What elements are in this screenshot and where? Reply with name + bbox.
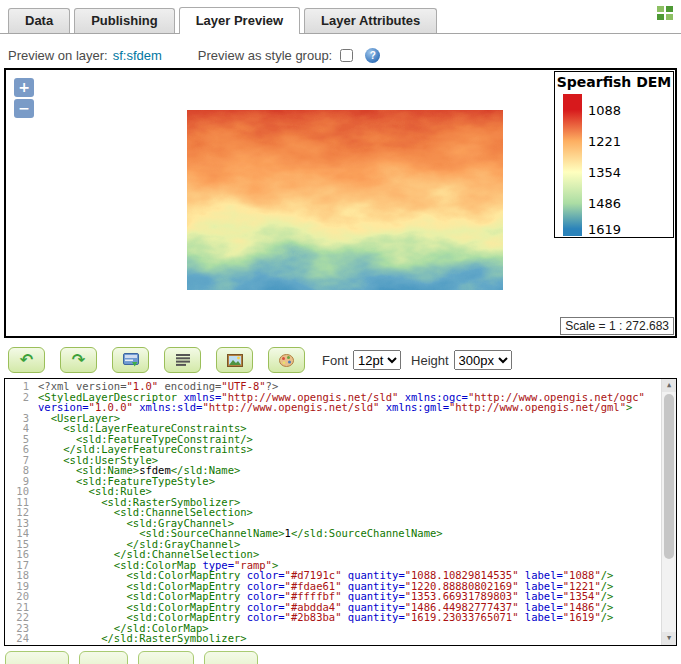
line-number: 20 xyxy=(5,591,33,602)
line-number: 4 xyxy=(5,423,33,434)
legend-label: 1354 xyxy=(588,165,621,180)
redo-button[interactable]: ↷ xyxy=(60,347,97,373)
footer-button-3[interactable] xyxy=(138,651,194,664)
preview-as-style-group-label: Preview as style group: xyxy=(198,48,332,63)
dem-raster-image xyxy=(187,110,503,290)
color-picker-button[interactable] xyxy=(268,347,305,373)
legend-label: 1221 xyxy=(588,134,621,149)
undo-button[interactable]: ↶ xyxy=(8,347,45,373)
line-number: 1 xyxy=(5,381,33,392)
scroll-down-icon[interactable]: ▼ xyxy=(662,632,676,645)
line-number: 12 xyxy=(5,507,33,518)
redo-icon: ↷ xyxy=(72,353,85,367)
code-line[interactable]: 25 </sld:Rule> xyxy=(5,644,661,647)
map-preview-panel: + − xyxy=(4,68,677,338)
insert-image-button[interactable] xyxy=(216,347,253,373)
style-editor-page: DataPublishingLayer PreviewLayer Attribu… xyxy=(0,0,681,664)
code-line[interactable]: 2<StyledLayerDescriptor xmlns="http://ww… xyxy=(5,392,661,413)
line-number: 16 xyxy=(5,549,33,560)
font-size-select[interactable]: 12pt xyxy=(353,350,401,370)
tab-layer-attributes[interactable]: Layer Attributes xyxy=(304,8,437,33)
zoom-out-button[interactable]: − xyxy=(14,99,34,118)
undo-icon: ↶ xyxy=(20,353,33,367)
tab-data[interactable]: Data xyxy=(8,8,70,33)
style-group-checkbox[interactable] xyxy=(340,49,353,62)
sld-code-editor[interactable]: 1<?xml version="1.0" encoding="UTF-8"?>2… xyxy=(4,378,677,646)
line-number: 8 xyxy=(5,465,33,476)
help-icon[interactable]: ? xyxy=(365,48,380,63)
legend-color-ramp xyxy=(563,94,582,236)
layer-link[interactable]: sf:sfdem xyxy=(113,48,162,63)
footer-button-1[interactable] xyxy=(5,651,69,664)
editor-toolbar-buttons: ↶↷ xyxy=(8,347,320,373)
legend-title: Spearfish DEM xyxy=(555,72,673,90)
editor-toolbar: ↶↷ Font 12pt Height 300px xyxy=(8,346,512,374)
line-number: 24 xyxy=(5,633,33,644)
zoom-in-button[interactable]: + xyxy=(14,78,34,97)
tab-layer-preview[interactable]: Layer Preview xyxy=(179,7,300,34)
height-select[interactable]: 300px xyxy=(454,350,512,370)
tab-publishing[interactable]: Publishing xyxy=(74,8,174,33)
wrap-lines-button[interactable] xyxy=(164,347,201,373)
legend: Spearfish DEM 10881221135414861619 xyxy=(554,71,674,238)
scale-readout: Scale = 1 : 272.683 xyxy=(560,317,674,335)
maximize-icon[interactable] xyxy=(657,6,673,20)
height-label: Height xyxy=(411,353,449,368)
legend-label: 1088 xyxy=(588,103,621,118)
zoom-controls: + − xyxy=(14,78,34,120)
reformat-button[interactable] xyxy=(112,347,149,373)
font-label: Font xyxy=(322,353,348,368)
line-number: 10 xyxy=(5,486,33,497)
footer-buttons xyxy=(5,651,258,664)
line-number: 6 xyxy=(5,444,33,455)
code-lines: 1<?xml version="1.0" encoding="UTF-8"?>2… xyxy=(5,381,661,646)
legend-label: 1619 xyxy=(588,222,621,237)
insert-image-icon xyxy=(227,354,243,367)
reformat-icon xyxy=(123,353,139,367)
line-number: 25 xyxy=(5,644,33,647)
footer-button-2[interactable] xyxy=(79,651,128,664)
color-picker-icon xyxy=(279,354,294,367)
wrap-lines-icon xyxy=(176,354,190,366)
line-number: 14 xyxy=(5,528,33,539)
line-number: 2 xyxy=(5,392,33,413)
line-number: 22 xyxy=(5,612,33,623)
preview-bar: Preview on layer: sf:sfdem Preview as st… xyxy=(8,46,681,64)
scrollbar-thumb[interactable] xyxy=(664,394,674,559)
preview-on-layer-label: Preview on layer: xyxy=(8,48,108,63)
scroll-up-icon[interactable]: ▲ xyxy=(662,379,676,392)
footer-button-4[interactable] xyxy=(204,651,258,664)
legend-label: 1486 xyxy=(588,196,621,211)
tab-bar: DataPublishingLayer PreviewLayer Attribu… xyxy=(0,7,681,34)
line-number: 18 xyxy=(5,570,33,581)
editor-scrollbar[interactable]: ▲ ▼ xyxy=(661,379,676,645)
